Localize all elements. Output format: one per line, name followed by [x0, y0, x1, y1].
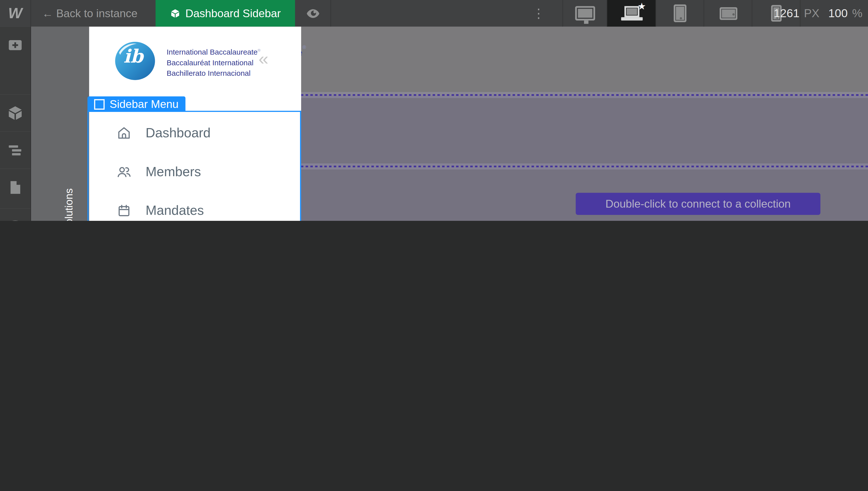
cms-panel-button[interactable]: [0, 208, 30, 221]
breakpoint-note: Affects all resolutions: [61, 178, 78, 221]
component-badge-label: Dashboard Sidebar: [185, 7, 281, 20]
pages-panel-button[interactable]: [0, 169, 30, 206]
webflow-logo[interactable]: W: [0, 0, 31, 27]
component-icon: [170, 8, 180, 19]
members-icon: [116, 164, 132, 179]
navigator-icon: [7, 142, 24, 159]
connect-collection-label: Double-click to connect to a collection: [606, 197, 791, 210]
breakpoint-note-text: Affects all resolutions: [63, 189, 75, 221]
ib-logo-line: Bachillerato Internacional: [167, 68, 260, 78]
calendar-icon: [116, 203, 132, 218]
default-breakpoint-star-icon: ★: [638, 0, 646, 12]
ib-monogram: ib: [124, 46, 143, 67]
zoom-unit: %: [852, 7, 863, 20]
laptop-icon: [624, 6, 639, 17]
div-block-icon: [94, 99, 104, 109]
canvas-gutter: [30, 27, 89, 221]
site-sidebar: ib International Baccalaureate® Baccalau…: [89, 27, 301, 221]
pages-icon: [7, 179, 23, 195]
desktop-icon: [575, 6, 595, 21]
sidebar-item-label: Dashboard: [146, 125, 211, 141]
more-options-menu[interactable]: ⋮: [528, 0, 550, 27]
canvas-width-unit: PX: [804, 7, 819, 20]
webflow-designer: te® Double-click to connect to a collect…: [0, 0, 868, 221]
breakpoint-desktop-button[interactable]: [562, 0, 607, 27]
top-bar: W ← Back to instance Dashboard Sidebar ⋮…: [0, 0, 868, 27]
home-icon: [116, 125, 132, 141]
cms-icon: [7, 219, 24, 221]
navigator-panel-button[interactable]: [0, 131, 30, 169]
tablet-landscape-icon: [719, 7, 737, 20]
canvas-width-value: 1261: [774, 7, 800, 20]
canvas-size-indicator[interactable]: 1261 PX 100 %: [774, 0, 863, 27]
breakpoint-tablet-button[interactable]: [655, 0, 704, 27]
ib-logo-text: International Baccalaureate® Baccalauréa…: [167, 45, 260, 78]
add-icon: [7, 36, 24, 54]
sidebar-item-label: Mandates: [146, 203, 204, 218]
components-icon: [7, 105, 24, 122]
sidebar-item-mandates[interactable]: Mandates: [89, 194, 301, 221]
breakpoint-tablet-landscape-button[interactable]: [704, 0, 752, 27]
selected-element-name: Sidebar Menu: [110, 98, 179, 110]
ib-logo-line: Baccalauréat International: [167, 57, 260, 68]
designer-toolbar: [0, 27, 31, 221]
registered-mark: ®: [302, 45, 306, 50]
sidebar-item-members[interactable]: Members: [89, 155, 301, 188]
selected-element-badge[interactable]: Sidebar Menu: [87, 96, 185, 112]
tablet-icon: [674, 4, 686, 22]
preview-toggle[interactable]: [295, 0, 331, 27]
sidebar-item-dashboard[interactable]: Dashboard: [89, 116, 301, 149]
zoom-value: 100: [828, 7, 848, 20]
back-to-instance-link[interactable]: ← Back to instance: [42, 0, 137, 27]
ib-logo-line: International Baccalaureate®: [167, 45, 260, 57]
sidebar-item-label: Members: [146, 164, 201, 179]
breakpoint-laptop-button[interactable]: ★: [607, 0, 656, 27]
connect-collection-button[interactable]: Double-click to connect to a collection: [576, 193, 820, 215]
sidebar-collapse-icon[interactable]: «: [258, 49, 269, 69]
components-panel-button[interactable]: [0, 94, 30, 131]
eye-icon: [305, 6, 320, 21]
component-badge[interactable]: Dashboard Sidebar: [156, 0, 295, 27]
add-elements-button[interactable]: [0, 27, 30, 63]
